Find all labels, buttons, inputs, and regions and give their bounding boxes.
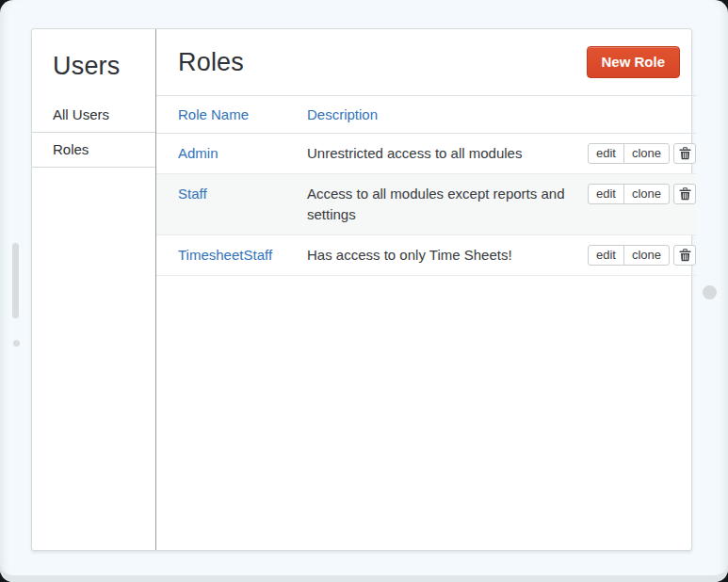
trash-icon — [679, 147, 691, 160]
row-action-group: edit clone — [588, 143, 670, 164]
table-row: Staff Access to all modules except repor… — [156, 174, 696, 235]
role-description: Unrestricted access to all modules — [307, 134, 588, 173]
table-row: TimesheetStaff Has access to only Time S… — [156, 235, 696, 276]
main-header: Roles New Role — [156, 29, 696, 96]
tablet-frame: Users All Users Roles Roles New Role Rol… — [0, 0, 728, 582]
column-header-role-name: Role Name — [156, 96, 307, 133]
table-header-row: Role Name Description — [156, 96, 696, 134]
page-title: Roles — [178, 48, 244, 77]
sidebar-title: Users — [32, 29, 155, 98]
clone-button[interactable]: clone — [623, 245, 670, 266]
new-role-button[interactable]: New Role — [587, 46, 681, 78]
sidebar-item-label: All Users — [53, 106, 109, 122]
role-name-link[interactable]: TimesheetStaff — [178, 247, 272, 263]
clone-button[interactable]: clone — [623, 184, 670, 204]
role-name-link[interactable]: Staff — [178, 186, 207, 202]
column-header-description: Description — [307, 96, 588, 133]
tablet-camera-dot — [13, 340, 20, 347]
sidebar: Users All Users Roles — [32, 29, 155, 550]
clone-button[interactable]: clone — [623, 143, 670, 164]
delete-button[interactable] — [673, 184, 696, 204]
edit-button[interactable]: edit — [588, 143, 624, 164]
delete-button[interactable] — [673, 143, 696, 164]
trash-icon — [679, 249, 691, 262]
sidebar-item-roles[interactable]: Roles — [32, 133, 155, 168]
column-header-actions — [588, 96, 696, 115]
trash-icon — [679, 187, 691, 201]
table-row: Admin Unrestricted access to all modules… — [156, 134, 696, 174]
delete-button[interactable] — [673, 245, 696, 266]
edit-button[interactable]: edit — [588, 245, 624, 266]
row-action-group: edit clone — [588, 245, 670, 266]
main-content: Roles New Role Role Name Description Adm… — [155, 29, 708, 550]
role-description: Access to all modules except reports and… — [307, 174, 588, 234]
sidebar-item-all-users[interactable]: All Users — [32, 98, 155, 133]
app-panel: Users All Users Roles Roles New Role Rol… — [31, 28, 692, 551]
row-action-group: edit clone — [588, 184, 670, 204]
role-name-link[interactable]: Admin — [178, 145, 218, 161]
tablet-side-button — [12, 243, 19, 318]
sidebar-item-label: Roles — [53, 141, 89, 157]
edit-button[interactable]: edit — [588, 184, 624, 204]
role-description: Has access to only Time Sheets! — [307, 235, 588, 275]
empty-area — [156, 276, 696, 550]
